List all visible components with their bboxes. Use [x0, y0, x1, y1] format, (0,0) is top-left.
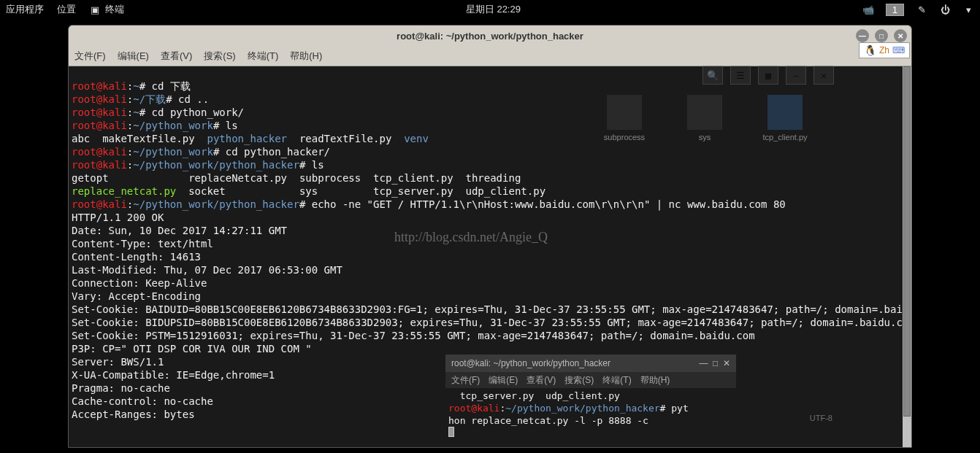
dropdown-icon[interactable]: ▾ — [962, 4, 974, 15]
terminal-launcher[interactable]: ▣ 终端 — [89, 3, 124, 16]
workspace-indicator[interactable]: 1 — [886, 4, 904, 16]
sec-menu-view[interactable]: 查看(V) — [527, 374, 556, 387]
file-manager-toolbar: 🔍 ☰ ▦ — ✕ — [703, 66, 834, 85]
encoding-label: UTF-8 — [810, 414, 832, 422]
brush-icon[interactable]: ✎ — [916, 4, 927, 15]
secondary-title-bar[interactable]: root@kali: ~/python_work/python_hacker —… — [445, 355, 736, 372]
sec-menu-edit[interactable]: 编辑(E) — [489, 374, 518, 387]
fm-close-icon[interactable]: ✕ — [814, 66, 834, 85]
sec-menu-help[interactable]: 帮助(H) — [640, 374, 670, 387]
maximize-button[interactable]: □ — [875, 29, 888, 42]
keyboard-icon: ⌨ — [892, 45, 905, 55]
python-file-icon — [767, 95, 803, 130]
cursor — [448, 427, 454, 437]
file-tcp-client[interactable]: tcp_client.py — [759, 95, 811, 142]
menu-help[interactable]: 帮助(H) — [290, 50, 322, 63]
terminal-icon: ▣ — [89, 4, 101, 15]
applications-menu[interactable]: 应用程序 — [6, 3, 44, 16]
sec-menu-file[interactable]: 文件(F) — [451, 374, 480, 387]
menu-terminal[interactable]: 终端(T) — [248, 50, 279, 63]
menu-view[interactable]: 查看(V) — [161, 50, 192, 63]
sec-menu-search[interactable]: 搜索(S) — [564, 374, 594, 387]
folder-icon — [607, 95, 642, 130]
window-title-bar[interactable]: root@kali: ~/python_work/python_hacker —… — [69, 26, 911, 46]
folder-icon — [687, 95, 722, 130]
sec-close-icon[interactable]: ✕ — [723, 358, 730, 368]
status-bar: UTF-8 — [810, 414, 832, 422]
ime-indicator[interactable]: 🐧 Zh ⌨ — [859, 42, 910, 58]
window-menu-bar: 文件(F) 编辑(E) 查看(V) 搜索(S) 终端(T) 帮助(H) — [69, 46, 911, 66]
power-icon[interactable]: ⏻ — [939, 4, 951, 15]
grid-view-icon[interactable]: ▦ — [758, 66, 778, 85]
close-button[interactable]: ✕ — [894, 29, 907, 42]
search-icon[interactable]: 🔍 — [703, 66, 723, 85]
scrollbar-thumb[interactable] — [903, 66, 911, 417]
secondary-menu-bar: 文件(F) 编辑(E) 查看(V) 搜索(S) 终端(T) 帮助(H) — [445, 372, 736, 388]
secondary-terminal-window: root@kali: ~/python_work/python_hacker —… — [445, 355, 736, 439]
penguin-icon: 🐧 — [864, 44, 876, 56]
window-title: root@kali: ~/python_work/python_hacker — [397, 31, 583, 42]
secondary-terminal-output[interactable]: tcp_server.py udp_client.py root@kali:~/… — [445, 388, 736, 441]
sec-menu-terminal[interactable]: 终端(T) — [602, 374, 631, 387]
list-view-icon[interactable]: ☰ — [730, 66, 751, 85]
sec-minimize-icon[interactable]: — — [699, 358, 708, 368]
file-icons-row: subprocess sys tcp_client.py — [599, 95, 811, 142]
camera-icon[interactable]: 📹 — [862, 4, 874, 15]
minimize-button[interactable]: — — [856, 29, 869, 42]
menu-edit[interactable]: 编辑(E) — [118, 50, 149, 63]
fm-minimize-icon[interactable]: — — [786, 66, 806, 85]
terminal-scrollbar[interactable] — [903, 66, 911, 447]
menu-file[interactable]: 文件(F) — [74, 50, 106, 63]
file-sys[interactable]: sys — [679, 95, 730, 142]
system-top-bar: 应用程序 位置 ▣ 终端 星期日 22:29 📹 1 ✎ ⏻ ▾ — [0, 0, 980, 19]
sec-maximize-icon[interactable]: □ — [713, 358, 718, 368]
file-subprocess[interactable]: subprocess — [599, 95, 650, 142]
places-menu[interactable]: 位置 — [57, 3, 76, 16]
menu-search[interactable]: 搜索(S) — [204, 50, 235, 63]
datetime-label[interactable]: 星期日 22:29 — [466, 4, 521, 15]
watermark-url: http://blog.csdn.net/Angie_Q — [394, 230, 548, 245]
